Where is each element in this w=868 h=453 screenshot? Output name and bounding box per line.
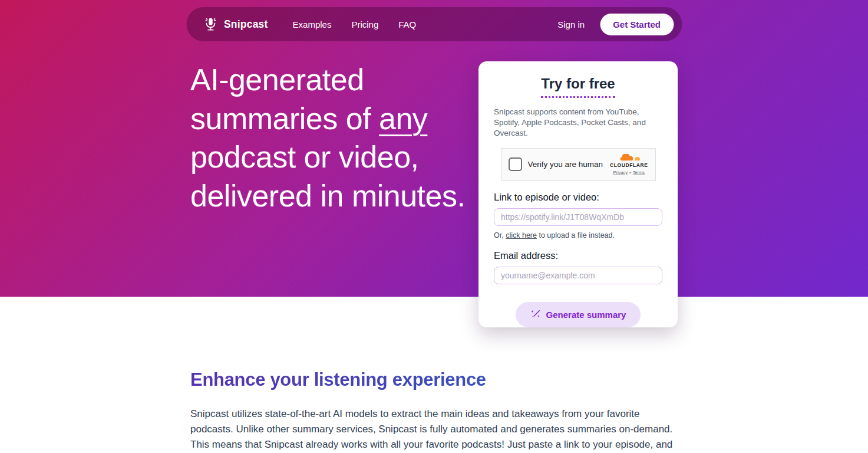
nav-right: Sign in Get Started bbox=[557, 14, 674, 35]
brand-name: Snipcast bbox=[224, 18, 268, 31]
link-field-label: Link to episode or video: bbox=[494, 192, 662, 203]
hero-heading-post: podcast or video, delivered in minutes. bbox=[190, 140, 465, 213]
episode-link-input[interactable] bbox=[494, 208, 662, 226]
hero-heading-any: any bbox=[379, 101, 427, 136]
upload-hint: Or, click here to upload a file instead. bbox=[494, 231, 662, 239]
email-field-label: Email address: bbox=[494, 250, 662, 261]
cloudflare-turnstile-widget: Verify you are human CLOUDFLARE Privacy•… bbox=[501, 148, 656, 181]
landing-page: Snipcast Examples Pricing FAQ Sign in Ge… bbox=[0, 0, 868, 453]
upload-hint-pre: Or, bbox=[494, 231, 506, 239]
cloudflare-terms-link[interactable]: Terms bbox=[633, 170, 645, 175]
cloudflare-privacy-link[interactable]: Privacy bbox=[613, 170, 628, 175]
cloudflare-link-separator: • bbox=[629, 170, 631, 175]
cloudflare-wordmark: CLOUDFLARE bbox=[610, 162, 648, 168]
generate-summary-button[interactable]: Generate summary bbox=[516, 302, 641, 327]
hero-heading-pre: AI-generated summaries of bbox=[190, 63, 379, 136]
benefits-section: Enhance your listening experience Snipca… bbox=[190, 369, 684, 453]
card-subtitle: Snipcast supports content from YouTube, … bbox=[494, 107, 662, 139]
section-paragraph: Snipcast utilizes state-of-the-art AI mo… bbox=[190, 406, 684, 453]
nav-item-pricing[interactable]: Pricing bbox=[351, 19, 378, 29]
upload-file-link[interactable]: click here bbox=[506, 231, 537, 239]
verify-human-checkbox[interactable] bbox=[509, 157, 522, 171]
hero-heading: AI-generated summaries of any podcast or… bbox=[190, 61, 468, 215]
sign-in-link[interactable]: Sign in bbox=[557, 19, 585, 29]
nav-links: Examples Pricing FAQ bbox=[293, 19, 417, 29]
nav-item-faq[interactable]: FAQ bbox=[398, 19, 416, 29]
card-title: Try for free bbox=[541, 76, 615, 98]
get-started-button[interactable]: Get Started bbox=[600, 14, 674, 35]
generate-summary-label: Generate summary bbox=[546, 310, 626, 320]
cloudflare-branding: CLOUDFLARE Privacy•Terms bbox=[610, 154, 648, 175]
navbar: Snipcast Examples Pricing FAQ Sign in Ge… bbox=[186, 7, 682, 41]
upload-hint-post: to upload a file instead. bbox=[537, 231, 615, 239]
verify-human-label: Verify you are human bbox=[528, 160, 603, 169]
section-heading: Enhance your listening experience bbox=[190, 369, 684, 390]
try-for-free-card: Try for free Snipcast supports content f… bbox=[478, 61, 678, 327]
magic-wand-icon bbox=[530, 309, 541, 320]
nav-item-examples[interactable]: Examples bbox=[293, 19, 332, 29]
microphone-logo-icon bbox=[203, 17, 218, 32]
brand[interactable]: Snipcast bbox=[203, 17, 268, 32]
email-input[interactable] bbox=[494, 267, 662, 284]
